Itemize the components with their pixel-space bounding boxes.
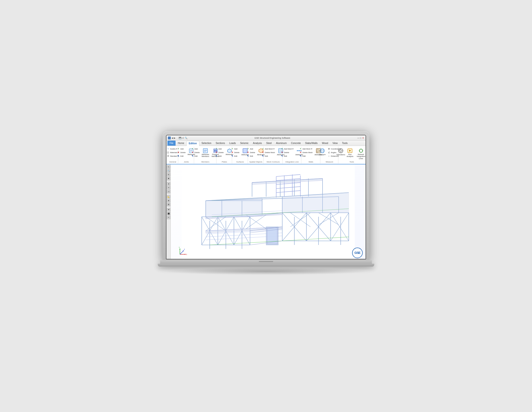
laptop-shadow (162, 268, 370, 275)
tab-sections[interactable]: Sections (214, 140, 227, 146)
tab-tools[interactable]: Tools (340, 140, 350, 146)
search-icon[interactable]: 🔍 (185, 137, 187, 139)
surfaces-edit-btn[interactable]: ✎ Edit (230, 154, 240, 158)
tab-steel[interactable]: Steel (264, 140, 274, 146)
toolbar-node-btn[interactable]: ● (167, 182, 170, 186)
surfaces-delete-btn[interactable]: ✕ Delete (230, 151, 240, 154)
plates-delete-btn[interactable]: ✕ Delete (215, 151, 224, 154)
spatial-add-icon: + (247, 147, 249, 150)
toolbar-view-btn[interactable]: 👁 (167, 208, 170, 212)
tab-wood[interactable]: Wood (320, 140, 330, 146)
global-btn[interactable]: Global ▾ (318, 147, 327, 157)
maximize-btn[interactable]: □ (360, 137, 361, 139)
plates-delete-icon: ✕ (215, 151, 218, 154)
walls-add-label: Add Mesh ▾ (303, 148, 312, 150)
walls-delete-icon: ✕ (299, 151, 302, 154)
members-add-label: Add (195, 148, 198, 150)
toolbar-beam-btn[interactable]: ━ (167, 186, 170, 189)
plates-edit-icon: ✎ (215, 155, 218, 158)
joints-delete-btn[interactable]: ✕ Delete (177, 151, 186, 154)
materials-icon: ◫ (167, 151, 170, 154)
standard-icon: ☰ (167, 155, 170, 158)
tab-edition[interactable]: Edition (186, 141, 200, 146)
toolbar-pan-btn[interactable]: ✥ (167, 177, 170, 180)
mesh-delete-btn[interactable]: ✕ Delete Mesh (261, 151, 276, 154)
viewport-3d[interactable]: GSE X Y Z (171, 164, 366, 259)
surfaces-delete-icon: ✕ (231, 151, 234, 154)
toolbar-measure-btn[interactable]: 📐 (167, 195, 170, 198)
toolbar-render-btn[interactable]: ⬛ (167, 212, 170, 215)
spatial-add-btn[interactable]: + Add (246, 147, 256, 150)
integration-add-btn[interactable]: + Add Mesh ▾ (280, 147, 294, 150)
mesh-delete-icon: ✕ (261, 151, 264, 154)
integration-edit-icon: ✎ (281, 155, 284, 158)
print-icon[interactable]: 🖨 (182, 137, 184, 139)
members-add-icon: + (191, 147, 194, 150)
redo-btn[interactable]: ▶ (174, 137, 176, 139)
tab-file[interactable]: File (167, 140, 176, 146)
tab-view[interactable]: View (330, 140, 340, 146)
laptop-hinge (160, 260, 372, 264)
operations-label: Operations (336, 154, 345, 156)
tab-selection[interactable]: Selection (200, 140, 214, 146)
joints-add-label: Add (180, 148, 183, 150)
tab-analysis[interactable]: Analysis (251, 140, 264, 146)
tab-slabswalls[interactable]: Slabs/Walls (303, 140, 320, 146)
walls-add-btn[interactable]: + Add Mesh ▾ (299, 147, 313, 150)
walls-delete-btn[interactable]: ✕ Delete Mesh (299, 151, 313, 154)
run-analysis-btn[interactable]: RunAnalysis (346, 147, 354, 159)
toolbar-snap-btn[interactable]: ⊕ (167, 199, 170, 202)
svg-point-20 (297, 150, 298, 151)
walls-delete-label: Delete Mesh (303, 151, 313, 154)
tab-loads[interactable]: Loads (227, 140, 238, 146)
spatial-edit-btn[interactable]: ✎ Edit (246, 154, 256, 158)
tab-aluminum[interactable]: Aluminum (274, 140, 289, 146)
operations-btn[interactable]: Operations (336, 147, 345, 157)
ribbon-group-members: + Add ✕ Delete ✎ Edit (195, 147, 217, 163)
surfaces-add-btn[interactable]: + Add (230, 147, 240, 150)
operations-icon (338, 148, 344, 154)
plates-add-label: Add (218, 148, 221, 150)
integration-edit-btn[interactable]: ✎ Edit (280, 154, 294, 158)
mesh-add-btn[interactable]: + Add Mesh ▾ (261, 147, 276, 150)
spatial-delete-btn[interactable]: ✕ Delete (246, 151, 256, 154)
laptop-lid: ◀ ▶ | 💾 🖨 🔍 GSE Structural Engineering S… (162, 131, 370, 261)
toolbar-grid-btn[interactable]: ⊞ (167, 203, 170, 206)
save-icon[interactable]: 💾 (179, 137, 181, 139)
joints-delete-label: Delete (180, 151, 186, 154)
refresh-integration-btn[interactable]: RefreshIntegration Lines (355, 147, 366, 160)
undo-btn[interactable]: ◀ (171, 137, 173, 139)
members-edit-btn[interactable]: ✎ Edit (191, 154, 200, 158)
close-btn[interactable]: ✕ (362, 137, 364, 139)
surfaces-small-group: + Add ✕ Delete ✎ Edit (230, 147, 240, 158)
screen: ◀ ▶ | 💾 🖨 🔍 GSE Structural Engineering S… (166, 135, 366, 259)
guides-label: Guides ▾ (170, 148, 177, 150)
plates-edit-btn[interactable]: ✎ Edit (215, 154, 224, 158)
toolbar-section-btn[interactable]: ✂ (167, 216, 170, 219)
tab-concrete[interactable]: Concrete (289, 140, 303, 146)
members-delete-label: Delete (195, 151, 200, 154)
joints-add-btn[interactable]: + Add (177, 147, 186, 150)
model-svg (171, 164, 366, 259)
joints-edit-btn[interactable]: ✎ Edit (177, 154, 186, 158)
toolbar-cursor-btn[interactable]: ↖ (167, 165, 170, 169)
members-add-btn[interactable]: + Add (191, 147, 200, 150)
toolbar-rotate-btn[interactable]: ↻ (167, 173, 170, 177)
spatial-add-label: Add (250, 148, 253, 150)
ribbon-group-mesh: + Add Mesh ▾ ✕ Delete Mesh ✎ Edit (264, 147, 283, 163)
integration-group-label: Integration Line (285, 161, 299, 163)
toolbar-plate-btn[interactable]: ▭ (167, 190, 170, 193)
laptop-container: ◀ ▶ | 💾 🖨 🔍 GSE Structural Engineering S… (158, 131, 374, 281)
toolbar-zoom-btn[interactable]: 🔍 (167, 169, 170, 173)
plates-add-btn[interactable]: + Add (215, 147, 224, 150)
spatial-delete-label: Delete (250, 151, 255, 154)
mesh-edit-btn[interactable]: ✎ Edit (261, 154, 276, 158)
walls-edit-btn[interactable]: ✎ Edit (299, 154, 313, 158)
members-delete-btn[interactable]: ✕ Delete (191, 151, 200, 154)
minimize-btn[interactable]: ─ (357, 137, 359, 139)
integration-delete-btn[interactable]: ✕ Delete (280, 151, 294, 154)
tab-seismic[interactable]: Seismic (238, 140, 251, 146)
attributes-members-btn[interactable]: AttributesMembers (200, 147, 210, 159)
tab-home[interactable]: Home (176, 140, 186, 146)
members-group-label: Members (201, 161, 209, 163)
